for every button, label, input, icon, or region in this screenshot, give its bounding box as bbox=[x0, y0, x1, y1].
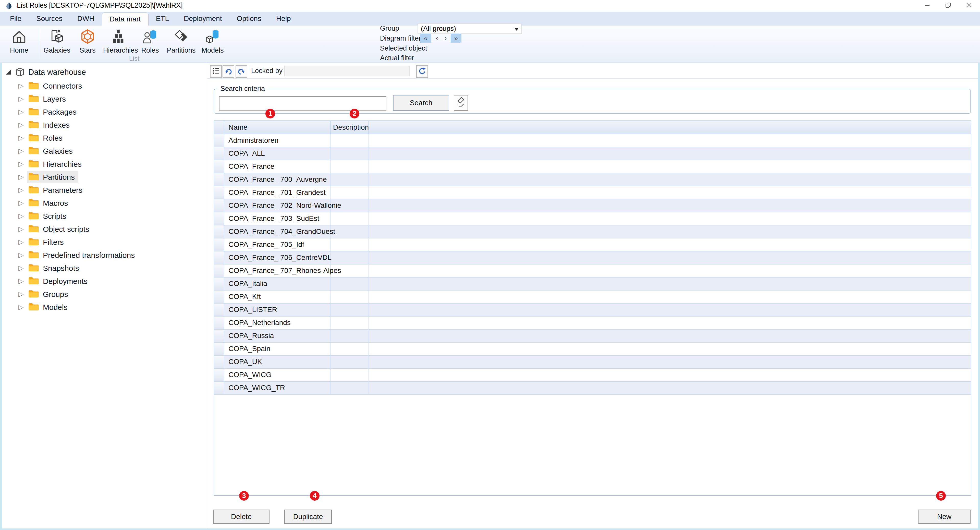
table-row[interactable]: COPA_France_ 702_Nord-Wallonie bbox=[215, 199, 971, 212]
cell-name[interactable]: COPA_Spain bbox=[224, 342, 331, 356]
cell-description[interactable] bbox=[331, 291, 369, 304]
tree-item-indexes[interactable]: ▷Indexes bbox=[2, 118, 207, 132]
expander-collapsed-icon[interactable]: ▷ bbox=[18, 148, 27, 154]
ribbon-home-button[interactable]: Home bbox=[4, 27, 34, 54]
diagram-filter-last-button[interactable]: » bbox=[451, 34, 461, 43]
cell-name[interactable]: COPA_France_ 704_GrandOuest bbox=[224, 225, 331, 239]
expander-collapsed-icon[interactable]: ▷ bbox=[18, 108, 27, 115]
tree-item-snapshots[interactable]: ▷Snapshots bbox=[2, 262, 207, 275]
row-selector[interactable] bbox=[215, 291, 224, 304]
cell-name[interactable]: COPA_Russia bbox=[224, 329, 331, 342]
tree-item-scripts[interactable]: ▷Scripts bbox=[2, 210, 207, 223]
diagram-filter-first-button[interactable]: « bbox=[420, 34, 431, 43]
cell-name[interactable]: COPA_France_ 700_Auvergne bbox=[224, 173, 331, 186]
cell-description[interactable] bbox=[331, 277, 369, 291]
redo-button[interactable] bbox=[235, 65, 247, 78]
table-row[interactable]: COPA_ALL bbox=[215, 147, 971, 160]
table-row[interactable]: COPA_WICG bbox=[215, 369, 971, 382]
cell-description[interactable] bbox=[331, 147, 369, 160]
menu-item-dwh[interactable]: DWH bbox=[70, 12, 102, 25]
tree-item-object-scripts[interactable]: ▷Object scripts bbox=[2, 223, 207, 236]
cell-name[interactable]: COPA_WICG_TR bbox=[224, 382, 331, 395]
expander-collapsed-icon[interactable]: ▷ bbox=[18, 226, 27, 232]
restore-button[interactable] bbox=[940, 0, 956, 11]
table-row[interactable]: COPA_France_ 707_Rhones-Alpes bbox=[215, 264, 971, 277]
menu-item-help[interactable]: Help bbox=[269, 12, 298, 25]
tree-item-parameters[interactable]: ▷Parameters bbox=[2, 183, 207, 197]
tree-item-predefined-transformations[interactable]: ▷Predefined transformations bbox=[2, 249, 207, 262]
tree-item-hierarchies[interactable]: ▷Hierarchies bbox=[2, 158, 207, 170]
ribbon-hierarchies-button[interactable]: Hierarchies bbox=[103, 27, 133, 54]
close-button[interactable] bbox=[961, 0, 977, 11]
menu-item-file[interactable]: File bbox=[3, 12, 29, 25]
clear-search-button[interactable] bbox=[454, 95, 468, 111]
table-row[interactable]: COPA_Netherlands bbox=[215, 317, 971, 329]
diagram-filter-next-button[interactable]: › bbox=[442, 34, 449, 43]
table-row[interactable]: COPA_Russia bbox=[215, 329, 971, 342]
table-row[interactable]: Administratoren bbox=[215, 134, 971, 147]
list-view-button[interactable] bbox=[210, 65, 222, 78]
table-row[interactable]: COPA_Spain bbox=[215, 342, 971, 356]
duplicate-button[interactable]: Duplicate bbox=[284, 509, 332, 524]
cell-name[interactable]: COPA_France_ 703_SudEst bbox=[224, 212, 331, 225]
table-row[interactable]: COPA_Kft bbox=[215, 291, 971, 304]
row-selector[interactable] bbox=[215, 186, 224, 199]
menu-item-sources[interactable]: Sources bbox=[29, 12, 70, 25]
cell-name[interactable]: COPA_LISTER bbox=[224, 304, 331, 317]
expander-collapsed-icon[interactable]: ▷ bbox=[18, 173, 27, 180]
tree-item-layers[interactable]: ▷Layers bbox=[2, 92, 207, 105]
table-row[interactable]: COPA_France_ 706_CentreVDL bbox=[215, 251, 971, 264]
expander-collapsed-icon[interactable]: ▷ bbox=[18, 121, 27, 129]
expander-collapsed-icon[interactable]: ▷ bbox=[18, 239, 27, 246]
cell-description[interactable] bbox=[331, 264, 369, 277]
cell-name[interactable]: COPA_France_ 702_Nord-Wallonie bbox=[224, 199, 331, 212]
search-button[interactable]: Search bbox=[393, 95, 449, 111]
table-row[interactable]: COPA_LISTER bbox=[215, 304, 971, 317]
group-dropdown[interactable]: (All groups) bbox=[417, 24, 522, 34]
ribbon-models-button[interactable]: Models bbox=[197, 27, 228, 54]
expander-collapsed-icon[interactable]: ▷ bbox=[18, 200, 27, 207]
cell-name[interactable]: COPA_France_ 706_CentreVDL bbox=[224, 251, 331, 264]
tree-item-galaxies[interactable]: ▷Galaxies bbox=[2, 145, 207, 158]
tree-item-packages[interactable]: ▷Packages bbox=[2, 105, 207, 118]
tree-item-filters[interactable]: ▷Filters bbox=[2, 236, 207, 249]
row-selector[interactable] bbox=[215, 160, 224, 173]
tree-item-partitions[interactable]: ▷Partitions bbox=[2, 170, 207, 183]
row-selector[interactable] bbox=[215, 251, 224, 264]
cell-description[interactable] bbox=[331, 239, 369, 251]
table-row[interactable]: COPA_France bbox=[215, 160, 971, 173]
cell-description[interactable] bbox=[331, 382, 369, 395]
cell-name[interactable]: COPA_ALL bbox=[224, 147, 331, 160]
table-row[interactable]: COPA_UK bbox=[215, 356, 971, 369]
delete-button[interactable]: Delete bbox=[213, 509, 269, 524]
menu-item-etl[interactable]: ETL bbox=[148, 12, 177, 25]
tree-item-groups[interactable]: ▷Groups bbox=[2, 288, 207, 301]
row-selector[interactable] bbox=[215, 239, 224, 251]
undo-button[interactable] bbox=[223, 65, 234, 78]
row-selector[interactable] bbox=[215, 369, 224, 382]
expander-collapsed-icon[interactable]: ▷ bbox=[18, 161, 27, 167]
search-input[interactable] bbox=[219, 96, 387, 111]
expander-collapsed-icon[interactable]: ▷ bbox=[18, 83, 27, 89]
cell-description[interactable] bbox=[331, 134, 369, 147]
expander-open-icon[interactable] bbox=[6, 70, 11, 75]
expander-collapsed-icon[interactable]: ▷ bbox=[18, 213, 27, 220]
cell-name[interactable]: COPA_UK bbox=[224, 356, 331, 369]
menu-item-deployment[interactable]: Deployment bbox=[177, 12, 229, 25]
cell-name[interactable]: COPA_France bbox=[224, 160, 331, 173]
tree-item-roles[interactable]: ▷Roles bbox=[2, 132, 207, 145]
tree-root[interactable]: Data warehouse bbox=[2, 65, 86, 79]
table-row[interactable]: COPA_France_ 703_SudEst bbox=[215, 212, 971, 225]
cell-name[interactable]: Administratoren bbox=[224, 134, 331, 147]
row-selector[interactable] bbox=[215, 382, 224, 395]
cell-description[interactable] bbox=[331, 342, 369, 356]
row-selector[interactable] bbox=[215, 329, 224, 342]
new-button[interactable]: New bbox=[918, 509, 970, 524]
ribbon-roles-button[interactable]: Roles bbox=[135, 27, 165, 54]
expander-collapsed-icon[interactable]: ▷ bbox=[18, 304, 27, 311]
row-selector[interactable] bbox=[215, 212, 224, 225]
cell-description[interactable] bbox=[331, 199, 369, 212]
row-selector[interactable] bbox=[215, 264, 224, 277]
tree-item-models[interactable]: ▷Models bbox=[2, 301, 207, 314]
row-selector[interactable] bbox=[215, 356, 224, 369]
